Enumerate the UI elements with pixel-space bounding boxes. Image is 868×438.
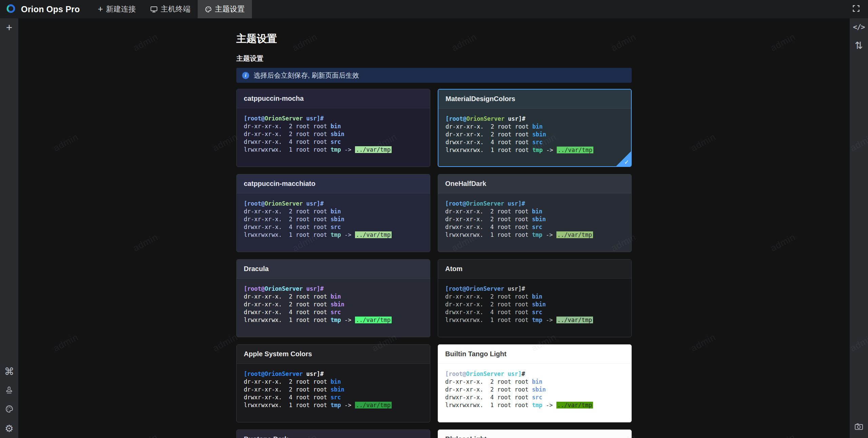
right-sidebar: </> ⇅ — [850, 18, 868, 438]
terminal-line: dr-xr-xr-x. 2 root root sbin — [445, 386, 624, 394]
theme-card-title: MaterialDesignColors — [438, 90, 631, 109]
command-icon: ⌘ — [4, 367, 14, 377]
stamp-button[interactable] — [0, 381, 18, 400]
tab-theme-settings[interactable]: 主题设置 — [198, 0, 252, 18]
symlink-target: ../var/tmp — [556, 231, 593, 238]
plus-icon: + — [98, 4, 103, 13]
terminal-prompt-line: [root@OrionServer usr]# — [445, 200, 624, 208]
tab-host-terminal[interactable]: 主机终端 — [143, 0, 198, 18]
symlink-target: ../var/tmp — [355, 402, 392, 408]
terminal-line: dr-xr-xr-x. 2 root root sbin — [244, 130, 423, 138]
terminal-line: lrwxrwxrwx. 1 root root tmp -> ../var/tm… — [446, 146, 624, 154]
theme-card-title: Apple System Colors — [237, 345, 430, 364]
terminal-prompt-line: [root@OrionServer usr]# — [244, 115, 423, 122]
tab-new-connection[interactable]: + 新建连接 — [91, 0, 143, 18]
terminal-line: dr-xr-xr-x. 2 root root bin — [244, 378, 423, 386]
terminal-line: dr-xr-xr-x. 2 root root bin — [445, 208, 624, 215]
theme-card-title: Dracula — [237, 260, 430, 279]
terminal-prompt-line: [root@OrionServer usr]# — [446, 115, 624, 123]
terminal-line: drwxr-xr-x. 4 root root src — [244, 138, 423, 146]
theme-card-title: BlulocoLight — [438, 430, 631, 438]
sort-button[interactable]: ⇅ — [850, 36, 868, 55]
terminal-line: lrwxrwxrwx. 1 root root tmp -> ../var/tm… — [445, 316, 624, 324]
fullscreen-button[interactable] — [849, 2, 863, 16]
app-title: Orion Ops Pro — [21, 4, 80, 14]
theme-card-catppuccin-mocha[interactable]: catppuccin-mocha [root@OrionServer usr]#… — [236, 89, 430, 167]
check-icon: ✓ — [624, 159, 629, 165]
theme-terminal-preview: [root@OrionServer usr]#dr-xr-xr-x. 2 roo… — [237, 108, 430, 160]
left-sidebar: + ⌘ ⚙ — [0, 18, 18, 438]
terminal-line: dr-xr-xr-x. 2 root root sbin — [244, 301, 423, 308]
theme-card-title: OneHalfDark — [438, 174, 631, 193]
palette-icon — [5, 405, 14, 415]
theme-card-materialdesigncolors[interactable]: MaterialDesignColors [root@OrionServer u… — [438, 89, 632, 167]
terminal-line: dr-xr-xr-x. 2 root root bin — [244, 208, 423, 215]
theme-terminal-preview: [root@OrionServer usr]#dr-xr-xr-x. 2 roo… — [237, 279, 430, 330]
theme-card-apple-system-colors[interactable]: Apple System Colors [root@OrionServer us… — [236, 344, 430, 422]
terminal-line: drwxr-xr-x. 4 root root src — [445, 223, 624, 231]
symlink-target: ../var/tmp — [355, 231, 392, 238]
terminal-prompt-line: [root@OrionServer usr]# — [445, 285, 624, 293]
notice-banner: i 选择后会立刻保存, 刷新页面后生效 — [236, 68, 632, 83]
plus-icon: + — [6, 22, 13, 33]
section-title: 主题设置 — [236, 54, 632, 62]
terminal-line: drwxr-xr-x. 4 root root src — [244, 223, 423, 231]
orion-logo-icon — [4, 3, 17, 15]
terminal-line: lrwxrwxrwx. 1 root root tmp -> ../var/tm… — [445, 401, 624, 409]
theme-card-title: catppuccin-macchiato — [237, 174, 430, 193]
terminal-line: drwxr-xr-x. 4 root root src — [445, 394, 624, 401]
theme-card-title: Builtin Tango Light — [438, 345, 631, 364]
theme-card-title: Duotone Dark — [237, 430, 430, 438]
monitor-icon — [150, 6, 158, 13]
brand: Orion Ops Pro — [0, 3, 86, 15]
terminal-line: dr-xr-xr-x. 2 root root bin — [445, 378, 624, 386]
theme-card-onehalfdark[interactable]: OneHalfDark [root@OrionServer usr]#dr-xr… — [438, 174, 632, 252]
terminal-line: dr-xr-xr-x. 2 root root sbin — [445, 215, 624, 223]
fullscreen-icon — [852, 4, 860, 14]
terminal-line: dr-xr-xr-x. 2 root root sbin — [244, 215, 423, 223]
theme-card-blulocolight[interactable]: BlulocoLight [root@OrionServer usr]#dr-x… — [438, 430, 632, 438]
screenshot-button[interactable] — [850, 418, 868, 437]
theme-card-dracula[interactable]: Dracula [root@OrionServer usr]#dr-xr-xr-… — [236, 259, 430, 337]
theme-terminal-preview: [root@OrionServer usr]#dr-xr-xr-x. 2 roo… — [237, 364, 430, 416]
terminal-line: dr-xr-xr-x. 2 root root sbin — [446, 131, 624, 138]
theme-settings-button[interactable] — [0, 400, 18, 419]
command-shortcut-button[interactable]: ⌘ — [0, 362, 18, 381]
tab-bar: + 新建连接 主机终端 主题设置 — [91, 0, 252, 18]
page-title: 主题设置 — [236, 33, 632, 45]
theme-terminal-preview: [root@OrionServer usr]#dr-xr-xr-x. 2 roo… — [237, 193, 430, 245]
gear-icon: ⚙ — [5, 424, 14, 434]
theme-card-title: catppuccin-mocha — [237, 89, 430, 108]
terminal-line: lrwxrwxrwx. 1 root root tmp -> ../var/tm… — [445, 231, 624, 239]
tab-label: 主机终端 — [161, 4, 191, 14]
terminal-prompt-line: [root@OrionServer usr]# — [244, 200, 423, 208]
terminal-line: drwxr-xr-x. 4 root root src — [244, 394, 423, 401]
main-content: 主题设置 主题设置 i 选择后会立刻保存, 刷新页面后生效 catppuccin… — [18, 18, 850, 438]
theme-card-atom[interactable]: Atom [root@OrionServer usr]#dr-xr-xr-x. … — [438, 259, 632, 337]
theme-card-duotone-dark[interactable]: Duotone Dark [root@OrionServer usr]#dr-x… — [236, 430, 430, 438]
add-connection-button[interactable]: + — [0, 19, 18, 36]
theme-terminal-preview: [root@OrionServer usr]#dr-xr-xr-x. 2 roo… — [438, 193, 631, 245]
theme-card-builtin-tango-light[interactable]: Builtin Tango Light [root@OrionServer us… — [438, 344, 632, 422]
symlink-target: ../var/tmp — [355, 317, 392, 323]
notice-text: 选择后会立刻保存, 刷新页面后生效 — [254, 71, 359, 80]
selected-corner-badge — [616, 151, 631, 167]
camera-icon — [854, 423, 863, 432]
terminal-line: dr-xr-xr-x. 2 root root bin — [244, 293, 423, 301]
terminal-prompt-line: [root@OrionServer usr]# — [445, 370, 624, 378]
code-icon: </> — [853, 23, 865, 31]
code-view-button[interactable]: </> — [850, 18, 868, 36]
terminal-line: dr-xr-xr-x. 2 root root bin — [446, 123, 624, 131]
terminal-line: dr-xr-xr-x. 2 root root bin — [244, 122, 423, 130]
theme-card-catppuccin-macchiato[interactable]: catppuccin-macchiato [root@OrionServer u… — [236, 174, 430, 252]
terminal-line: lrwxrwxrwx. 1 root root tmp -> ../var/tm… — [244, 401, 423, 409]
stamp-icon — [5, 386, 13, 396]
settings-button[interactable]: ⚙ — [0, 419, 18, 438]
tab-label: 主题设置 — [215, 4, 245, 14]
sort-arrows-icon: ⇅ — [855, 41, 863, 51]
symlink-target: ../var/tmp — [556, 317, 593, 323]
top-bar: Orion Ops Pro + 新建连接 主机终端 — [0, 0, 868, 18]
terminal-line: drwxr-xr-x. 4 root root src — [445, 308, 624, 316]
symlink-target: ../var/tmp — [556, 402, 593, 408]
terminal-line: dr-xr-xr-x. 2 root root sbin — [445, 301, 624, 308]
